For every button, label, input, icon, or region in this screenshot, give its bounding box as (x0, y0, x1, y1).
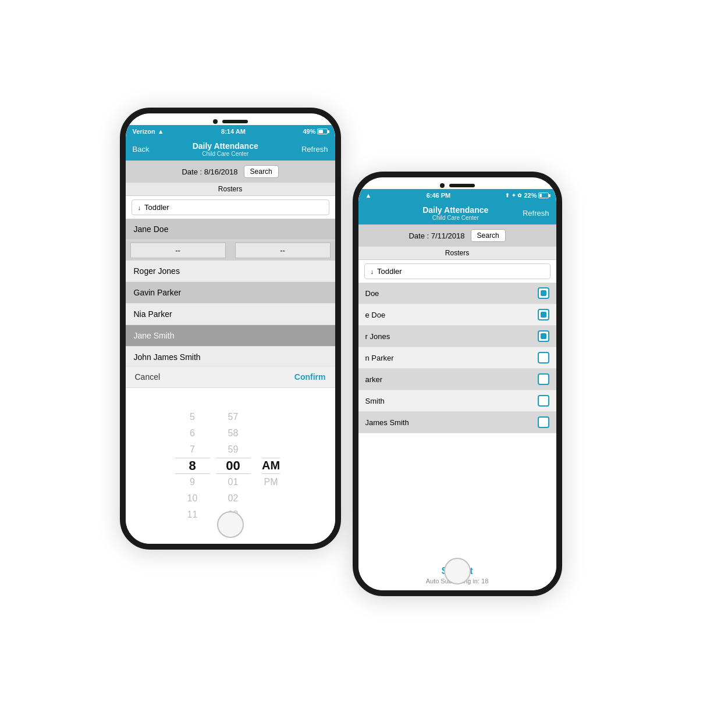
phone1-min-59: 59 (216, 441, 251, 458)
phone2-student-1[interactable]: e Doe (358, 304, 556, 326)
phone1-camera (213, 119, 218, 124)
phone1-dropdown-arrow: ↓ (138, 204, 141, 211)
phone1-min-02: 02 (216, 490, 251, 507)
phone1-time-cells: -- -- (126, 240, 335, 261)
phone1-refresh-button[interactable]: Refresh (301, 145, 328, 154)
phone1-min-01: 01 (216, 474, 251, 490)
phone1-student-list: Jane Doe -- -- Roger Jones Gavin Parker (126, 219, 335, 366)
phone2-student-0[interactable]: Doe (358, 283, 556, 304)
phone2-date-row: Date : 7/11/2018 Search (358, 224, 556, 247)
phone1-min-00-selected: 00 (216, 458, 251, 474)
phone1-student-roger[interactable]: Roger Jones (126, 261, 335, 282)
phone1-hour-8-selected: 8 (175, 458, 210, 474)
phone2-checkbox-5[interactable] (538, 395, 549, 407)
phone1-student-jane-doe[interactable]: Jane Doe (126, 219, 335, 240)
phone2-app-title: Daily Attendance (422, 205, 488, 215)
phone2-dropdown-value: Toddler (377, 267, 402, 276)
phone2-student-list: Doe e Doe r Jones n Parker arker (358, 283, 556, 560)
phone2-app-header: Daily Attendance Child Care Center Refre… (358, 202, 556, 224)
phone1-student-gavin[interactable]: Gavin Parker (126, 282, 335, 304)
phone2-camera (440, 183, 445, 188)
phone2-top-bar (358, 177, 556, 194)
phone2-app-subtitle: Child Care Center (422, 215, 488, 221)
phone1-date-row: Date : 8/16/2018 Search (126, 161, 335, 183)
phone1-am-selected: AM (262, 458, 280, 474)
phone1-min-57: 57 (216, 409, 251, 425)
phone1-app-header: Back Daily Attendance Child Care Center … (126, 138, 335, 161)
phone1-hour-6: 6 (175, 425, 210, 441)
phone1-date-label: Date : 8/16/2018 (182, 168, 237, 176)
phone1-hour-9: 9 (175, 474, 210, 490)
phone1-hour-10: 10 (175, 490, 210, 507)
phone2-rosters-label: Rosters (358, 247, 556, 260)
phone2-speaker (449, 184, 475, 187)
phone1-rosters-label: Rosters (126, 183, 335, 196)
phone1-student-jane-smith[interactable]: Jane Smith (126, 325, 335, 347)
phone1-action-bar: Cancel Confirm (126, 366, 335, 388)
phone2-dropdown-arrow: ↓ (371, 268, 374, 275)
phone1-min-58: 58 (216, 425, 251, 441)
phone2-checkbox-0[interactable] (538, 287, 549, 299)
phone1-hour-11: 11 (175, 507, 210, 523)
phone1-confirm-button[interactable]: Confirm (294, 372, 326, 382)
phone1-app-subtitle: Child Care Center (193, 151, 258, 157)
phone1-minute-column: 57 58 59 00 01 02 03 (216, 409, 251, 523)
phone1-cancel-button[interactable]: Cancel (135, 372, 161, 382)
phone1-top-bar (126, 113, 335, 130)
phone1-ampm-column: AM PM (257, 409, 286, 523)
phone2-student-5[interactable]: Smith (358, 390, 556, 412)
phone1-search-button[interactable]: Search (244, 165, 279, 178)
phone2-checkbox-6[interactable] (538, 416, 549, 428)
phone2-header-center: Daily Attendance Child Care Center (422, 205, 488, 221)
phone2-checkbox-1[interactable] (538, 309, 549, 320)
phone1-speaker (222, 120, 248, 123)
phone1-time-cell-2[interactable]: -- (235, 243, 331, 258)
phone1-app-title: Daily Attendance (193, 141, 258, 151)
phone1-roster-dropdown[interactable]: ↓ Toddler (132, 199, 329, 215)
phone2-checkbox-3[interactable] (538, 352, 549, 364)
phone2-student-4[interactable]: arker (358, 369, 556, 390)
phone1-hour-5: 5 (175, 409, 210, 425)
phone1-pm: PM (264, 474, 278, 490)
phone1-home-button[interactable] (217, 511, 244, 538)
phone2-checkbox-2[interactable] (538, 330, 549, 342)
phone1-hour-column: 5 6 7 8 9 10 11 (175, 409, 210, 523)
phone-1: Verizon ▲ 8:14 AM 49% Back Daily Attenda… (120, 108, 341, 550)
phone1-student-john[interactable]: John James Smith (126, 347, 335, 366)
phone1-student-nia[interactable]: Nia Parker (126, 304, 335, 325)
phone1-dropdown-value: Toddler (144, 203, 169, 212)
phone1-header-center: Daily Attendance Child Care Center (193, 141, 258, 157)
phone1-hour-7: 7 (175, 441, 210, 458)
phone1-time-cell-1[interactable]: -- (130, 243, 226, 258)
phone2-search-button[interactable]: Search (471, 229, 506, 242)
phone2-date-label: Date : 7/11/2018 (409, 231, 464, 240)
phone2-roster-dropdown[interactable]: ↓ Toddler (364, 263, 551, 279)
phone1-time-picker-row: 5 6 7 8 9 10 11 57 58 59 00 01 02 (126, 409, 335, 523)
phone2-student-2[interactable]: r Jones (358, 326, 556, 347)
phone2-student-3[interactable]: n Parker (358, 347, 556, 369)
phone2-checkbox-4[interactable] (538, 373, 549, 385)
phone2-refresh-button[interactable]: Refresh (523, 209, 549, 218)
phone2-home-button[interactable] (444, 558, 471, 585)
phone-2: ▲ 6:46 PM ⬆ ✦ ✿ 22% Daily Attendance Chi… (353, 172, 562, 596)
phone1-back-button[interactable]: Back (133, 145, 150, 154)
phone2-student-6[interactable]: James Smith (358, 412, 556, 433)
